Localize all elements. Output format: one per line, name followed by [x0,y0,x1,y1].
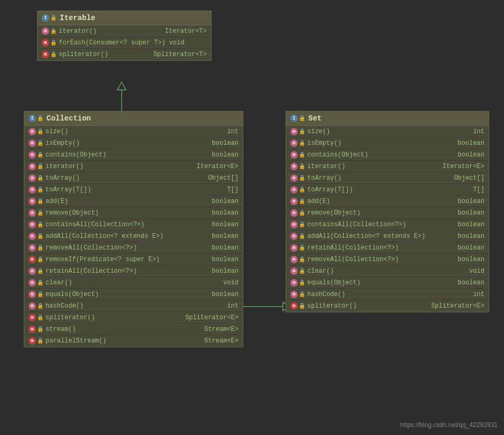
method-name: isEmpty() [45,140,210,147]
method-row: m🔒 remove(Object) boolean [24,207,243,219]
method-name: retainAll(Collection<?>) [307,244,456,252]
lock-icon: 🔒 [50,28,57,34]
method-return: T[] [473,186,484,193]
method-row: m🔒 iterator() Iterator<E> [286,161,489,172]
method-row: m🔒 spliterator() Spliterator<E> [286,300,489,312]
method-return: Spliterator<T> [153,51,207,58]
method-name: parallelStream() [45,337,202,345]
method-return: boolean [458,198,484,205]
method-row: m🔒 retainAll(Collection<?>) boolean [286,242,489,254]
method-row: m🔒 addAll(Collection<? extends E>) boole… [286,230,489,242]
lock-icon: 🔒 [50,40,57,46]
method-name: addAll(Collection<? extends E>) [45,233,210,240]
method-row: m 🔒 forEach(Consumer<? super T>) void [38,37,211,49]
method-row: m🔒 retainAll(Collection<?>) boolean [24,265,243,277]
method-row: m🔒 parallelStream() Stream<E> [24,335,243,347]
method-name: hashCode() [307,291,471,298]
svg-marker-3 [117,82,126,90]
interface-icon: I [42,14,49,22]
method-return: boolean [212,291,239,298]
method-name: add(E) [307,198,456,205]
method-row: m🔒 hashCode() int [286,289,489,300]
method-row: m🔒 contains(Object) boolean [286,149,489,161]
method-return: void [223,279,239,286]
method-return: int [473,291,484,298]
method-row: m🔒 removeIf(Predicate<? super E>) boolea… [24,254,243,265]
method-icons: m 🔒 [42,39,57,47]
method-return: boolean [212,140,239,147]
method-row: m🔒 hashCode() int [24,300,243,312]
method-row: m🔒 toArray(T[]) T[] [286,184,489,196]
method-return: Iterator<T> [165,27,207,35]
method-row: m🔒 add(E) boolean [24,196,243,207]
collection-title: Collection [47,114,91,123]
collection-header: I 🔒 Collection [24,112,243,126]
method-name: spliterator() [307,302,429,310]
method-icons: m 🔒 [42,51,57,58]
method-name: toArray(T[]) [307,186,471,193]
method-icons: m 🔒 [42,27,57,35]
interface-icon: I [290,115,298,122]
method-name: toArray() [45,174,206,182]
method-row: m🔒 size() int [286,126,489,137]
method-return: boolean [212,221,239,228]
method-name: isEmpty() [307,140,456,147]
method-name: retainAll(Collection<?>) [45,267,210,275]
method-icon: m [42,27,49,35]
method-row: m🔒 toArray() Object[] [286,172,489,184]
method-return: Stream<E> [204,326,239,333]
method-return: boolean [212,244,239,252]
iterable-icons: I 🔒 [42,14,57,22]
method-name: stream() [45,326,202,333]
method-row: m🔒 addAll(Collection<? extends E>) boole… [24,230,243,242]
method-row: m🔒 stream() Stream<E> [24,323,243,335]
method-row: m🔒 isEmpty() boolean [24,137,243,149]
method-return: T[] [227,186,239,193]
method-name: containsAll(Collection<?>) [307,221,456,228]
method-name: remove(Object) [307,209,456,217]
method-name: spliterator() [59,51,151,58]
method-row: m🔒 removeAll(Collection<?>) boolean [286,254,489,265]
method-icon: m [42,39,49,47]
method-row: m🔒 spliterator() Spliterator<E> [24,312,243,323]
method-row: m🔒 add(E) boolean [286,196,489,207]
method-row: m🔒 clear() void [286,265,489,277]
method-row: m🔒 size() int [24,126,243,137]
method-row: m🔒 contains(Object) boolean [24,149,243,161]
method-row: m🔒 clear() void [24,277,243,289]
method-icon: m [42,51,49,58]
method-name: removeIf(Predicate<? super E>) [45,256,210,263]
method-row: m🔒 containsAll(Collection<?>) boolean [286,219,489,230]
method-return: boolean [458,209,484,217]
method-name: iterator() [45,163,195,170]
method-return: Object[] [454,174,484,182]
method-name: hashCode() [45,302,225,310]
method-return: Spliterator<E> [431,302,484,310]
method-return: boolean [212,198,239,205]
method-return: Iterator<E> [443,163,484,170]
method-return: boolean [458,244,484,252]
set-icons: I 🔒 [290,115,305,122]
method-name: add(E) [45,198,210,205]
method-return: Spliterator<E> [185,314,239,321]
collection-icons: I 🔒 [29,115,43,122]
set-title: Set [308,114,322,123]
iterable-title: Iterable [60,14,95,22]
method-return: boolean [458,221,484,228]
method-name: remove(Object) [45,209,210,217]
method-row: m🔒 equals(Object) boolean [286,277,489,289]
method-return: void [469,267,484,275]
diagram-container: I 🔒 Iterable m 🔒 iterator() Iterator<T> … [0,0,504,435]
method-return: boolean [212,267,239,275]
method-name: toArray() [307,174,452,182]
method-return: boolean [458,233,484,240]
method-return: Iterator<E> [197,163,239,170]
method-row: m 🔒 iterator() Iterator<T> [38,25,211,37]
method-name: iterator() [59,27,163,35]
lock-icon: 🔒 [50,51,57,58]
method-name: equals(Object) [307,279,456,286]
iterable-box: I 🔒 Iterable m 🔒 iterator() Iterator<T> … [37,11,212,61]
method-return: Stream<E> [204,337,239,345]
method-row: m🔒 containsAll(Collection<?>) boolean [24,219,243,230]
method-return: boolean [458,279,484,286]
